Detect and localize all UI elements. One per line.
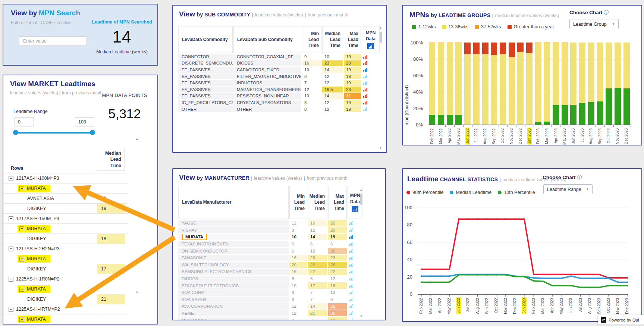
- market-row[interactable]: DIGIKEY17: [3, 264, 128, 274]
- scroll-down-icon[interactable]: ▼: [135, 291, 139, 294]
- market-row[interactable]: DIGIKEY21: [3, 324, 128, 325]
- scroll-up-icon[interactable]: ▲: [135, 137, 139, 141]
- table-row[interactable]: KOA SPEER679: [178, 297, 381, 304]
- stacked-bar[interactable]: [509, 43, 515, 125]
- market-row[interactable]: DIGIKEY18: [3, 233, 128, 244]
- stacked-bar[interactable]: [570, 43, 577, 125]
- col-median-lead-time[interactable]: Median Lead Time: [308, 186, 327, 219]
- col-max-lead-time[interactable]: Max Lead Time: [344, 26, 361, 53]
- scroll-down-icon[interactable]: ▼: [379, 146, 382, 150]
- stacked-bar[interactable]: [517, 43, 524, 125]
- stacked-bar[interactable]: [623, 43, 630, 125]
- table-row[interactable]: VISHAY81220: [178, 227, 381, 234]
- scroll-down-icon[interactable]: ▼: [359, 315, 363, 318]
- series-line-90th-percentile[interactable]: [421, 219, 627, 278]
- market-row[interactable]: MURATA: [3, 314, 128, 324]
- col-commodity[interactable]: LevaData Commodity: [178, 26, 233, 53]
- col-sub-commodity[interactable]: LevaData Sub Commodity: [233, 26, 301, 53]
- range-slider-track[interactable]: [15, 132, 93, 134]
- table-row[interactable]: EE_PASSIVESINDUCTORS71219: [178, 80, 382, 87]
- collapse-minus-icon[interactable]: [9, 277, 13, 282]
- range-slider-handle-max[interactable]: [90, 130, 95, 135]
- col-min-lead-time[interactable]: Min Lead Time: [289, 186, 307, 219]
- series-line-median-leadtime[interactable]: [421, 275, 627, 282]
- legend-item[interactable]: 10th Percentile: [498, 190, 535, 195]
- collapse-minus-icon[interactable]: [9, 247, 13, 251]
- table-row[interactable]: TEXAS INSTRUMENTS666: [178, 241, 381, 248]
- collapse-minus-icon[interactable]: [19, 186, 24, 191]
- powered-by-badge[interactable]: Powered by Qui: [598, 315, 644, 325]
- collapse-minus-icon[interactable]: [9, 216, 13, 221]
- table-row[interactable]: STACKPOLE ELECTRONICS101718: [178, 282, 381, 289]
- stacked-bar[interactable]: [535, 43, 541, 125]
- market-row[interactable]: MURATA: [3, 223, 128, 233]
- mpn-search-input[interactable]: [19, 36, 87, 46]
- table-row[interactable]: KEMET122135: [178, 310, 381, 317]
- table-row[interactable]: WALSIN TECHNOLOGY202626: [178, 262, 381, 269]
- market-row[interactable]: DIGIKEY19: [3, 203, 128, 213]
- legend-item[interactable]: 37-52wks: [475, 24, 501, 29]
- market-row[interactable]: MURATA: [3, 284, 128, 294]
- table-row[interactable]: EE_PASSIVESRESISTORS_NONLINEAR101431: [178, 93, 382, 100]
- range-min-input[interactable]: [15, 117, 34, 126]
- stacked-bar[interactable]: [482, 43, 489, 125]
- info-icon[interactable]: ⓘ: [604, 10, 609, 15]
- stacked-bar[interactable]: [553, 43, 559, 125]
- chart-type-dropdown[interactable]: Leadtime Range▼: [543, 184, 593, 194]
- stacked-bar[interactable]: [500, 43, 506, 125]
- vertical-scrollbar[interactable]: ▲ ▼: [379, 26, 383, 150]
- table-row[interactable]: EE_PASSIVESMAGNETICS_TRANSFORMERS1219.52…: [178, 87, 382, 93]
- table-row[interactable]: IC_EE_OSCILLATORS_CR...CRYSTALS_RESONATO…: [178, 100, 382, 106]
- table-row[interactable]: MURATA101419: [178, 234, 381, 241]
- info-icon[interactable]: ⓘ: [577, 175, 582, 180]
- stacked-bar[interactable]: [455, 43, 462, 125]
- table-row[interactable]: YAGEO121620: [178, 220, 381, 227]
- collapse-minus-icon[interactable]: [19, 317, 24, 322]
- market-row[interactable]: DIGIKEY21: [3, 294, 128, 304]
- table-row[interactable]: CONNECTORCONNECTOR_COAXIAL_RF91019: [178, 54, 382, 60]
- col-median-lead-time[interactable]: Median Lead Time: [322, 26, 343, 53]
- stacked-bar[interactable]: [544, 43, 550, 125]
- market-row[interactable]: MURATA: [3, 254, 128, 264]
- table-row[interactable]: ON SEMICONDUCTOR61230: [178, 248, 381, 255]
- table-row[interactable]: DISCRETE_SEMICONDU...DIODES162323: [178, 60, 382, 67]
- range-max-input[interactable]: [75, 117, 94, 126]
- stacked-bar[interactable]: [597, 43, 603, 125]
- scrollbar-thumb[interactable]: [380, 32, 382, 43]
- table-row[interactable]: OTHEROTHER81219: [178, 106, 382, 113]
- table-row[interactable]: EE_PASSIVESFILTER_MAGNETIC_INDUCTIVE...8…: [178, 73, 382, 80]
- stacked-bar[interactable]: [526, 43, 533, 125]
- collapse-minus-icon[interactable]: [9, 307, 13, 312]
- table-row[interactable]: KOA CORP6713: [178, 289, 381, 297]
- col-max-lead-time[interactable]: Max Lead Time: [328, 186, 347, 219]
- stacked-bar[interactable]: [562, 43, 568, 125]
- vertical-scrollbar[interactable]: ▲ ▼: [359, 188, 363, 318]
- collapse-minus-icon[interactable]: [19, 257, 24, 261]
- collapse-minus-icon[interactable]: [19, 226, 24, 231]
- table-row[interactable]: PANASONIC162023: [178, 255, 381, 262]
- stacked-bar[interactable]: [579, 43, 585, 125]
- stacked-bar[interactable]: [491, 43, 497, 125]
- table-row[interactable]: EE_PASSIVESCAPACITORS_FIXED101419: [178, 67, 382, 73]
- scroll-up-icon[interactable]: ▲: [359, 188, 363, 192]
- stacked-bar[interactable]: [473, 43, 480, 125]
- col-manufacturer[interactable]: LevaData Manufacturer: [178, 186, 289, 219]
- mpn-data-chart-icon[interactable]: [367, 43, 374, 49]
- market-row[interactable]: 1217AS-H-150M=P3: [3, 213, 128, 223]
- market-row[interactable]: 1225AS-H-4R7M=P2: [3, 304, 128, 314]
- line-plot[interactable]: [417, 206, 632, 300]
- col-mpn-data[interactable]: MPN Data: [362, 26, 380, 53]
- stacked-bar[interactable]: [429, 43, 435, 125]
- stacked-bar[interactable]: [438, 43, 444, 125]
- chart-type-dropdown[interactable]: Leadtime Group▼: [569, 19, 619, 29]
- scrollbar-thumb[interactable]: [360, 194, 362, 205]
- table-row[interactable]: MICROCHIP4719: [178, 317, 381, 320]
- table-row[interactable]: AVX CORPORATION121432: [178, 303, 381, 310]
- col-min-lead-time[interactable]: Min Lead Time: [302, 26, 321, 53]
- legend-item[interactable]: Median Leadtime: [450, 190, 491, 195]
- legend-item[interactable]: 13-36wks: [442, 24, 469, 29]
- stacked-bar[interactable]: [464, 43, 471, 125]
- table-row[interactable]: SAMSUNG ELECTRO MECHANICS162222: [178, 269, 381, 276]
- market-row[interactable]: 1217AS-H-2R2N=P3: [3, 244, 128, 254]
- market-row[interactable]: 1225AS-H-1R0N=P2: [3, 274, 128, 284]
